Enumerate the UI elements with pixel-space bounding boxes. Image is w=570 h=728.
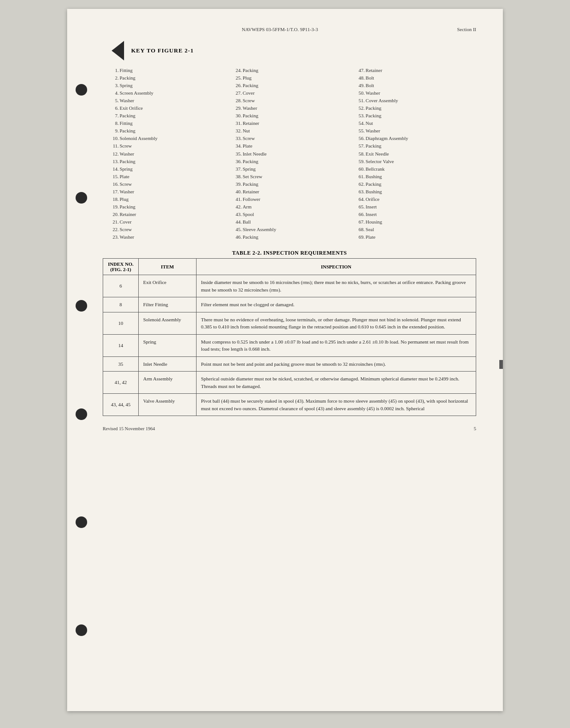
right-edge-mark xyxy=(499,360,503,369)
list-item: 5.Washer xyxy=(107,97,226,104)
list-item: 17.Washer xyxy=(107,188,226,196)
header-center: NAVWEPS 03-5FFM-1/T.O. 9P11-3-3 xyxy=(103,27,457,32)
list-item: 51.Cover Assembly xyxy=(353,97,472,104)
header-right: Section II xyxy=(457,27,476,32)
key-col-3: 47.Retainer 48.Bolt 49.Bolt 50.Washer 51… xyxy=(353,67,476,241)
table-cell-item: Valve Assembly xyxy=(139,394,197,416)
table-cell-inspection: Point must not be bent and point and pac… xyxy=(197,356,476,372)
list-item: 64.Orifice xyxy=(353,196,472,203)
key-header: KEY TO FIGURE 2-1 xyxy=(112,41,476,60)
list-item: 30.Packing xyxy=(230,112,349,120)
th-item: ITEM xyxy=(139,259,197,275)
table-row: 6 Exit Orifice Inside diameter must be s… xyxy=(103,275,476,297)
table-row: 14 Spring Must compress to 0.525 inch un… xyxy=(103,334,476,356)
list-item: 53.Packing xyxy=(353,112,472,120)
table-cell-index: 8 xyxy=(103,297,139,312)
list-item: 20.Retainer xyxy=(107,211,226,218)
inspection-table: INDEX NO.(FIG. 2-1) ITEM INSPECTION 6 Ex… xyxy=(103,258,476,416)
list-item: 11.Screw xyxy=(107,142,226,150)
table-row: 10 Solenoid Assembly There must be no ev… xyxy=(103,312,476,334)
list-item: 22.Screw xyxy=(107,226,226,233)
binding-marks xyxy=(75,9,88,711)
footer-page-number: 5 xyxy=(474,426,477,431)
binding-mark xyxy=(76,516,87,528)
table-section: TABLE 2-2. INSPECTION REQUIREMENTS INDEX… xyxy=(103,250,476,416)
table-cell-inspection: Must compress to 0.525 inch under a 1.00… xyxy=(197,334,476,356)
list-item: 12.Washer xyxy=(107,150,226,158)
list-item: 52.Packing xyxy=(353,104,472,112)
list-item: 63.Bushing xyxy=(353,188,472,196)
list-item: 48.Bolt xyxy=(353,74,472,82)
list-item: 32.Nut xyxy=(230,127,349,135)
table-cell-inspection: Inside diameter must be smooth to 16 mic… xyxy=(197,275,476,297)
list-item: 60.Bellcrank xyxy=(353,165,472,173)
list-item: 68.Seal xyxy=(353,226,472,233)
list-item: 69.Plate xyxy=(353,233,472,241)
list-item: 38.Set Screw xyxy=(230,173,349,180)
list-item: 7.Packing xyxy=(107,112,226,120)
table-header-row: INDEX NO.(FIG. 2-1) ITEM INSPECTION xyxy=(103,259,476,275)
list-item: 31.Retainer xyxy=(230,120,349,127)
list-item: 21.Cover xyxy=(107,218,226,226)
list-item: 1.Fitting xyxy=(107,67,226,74)
key-section: KEY TO FIGURE 2-1 1.Fitting 2.Packing 3.… xyxy=(103,41,476,241)
key-columns: 1.Fitting 2.Packing 3.Spring 4.Screen As… xyxy=(107,67,476,241)
page-footer: Revised 15 November 1964 5 xyxy=(103,423,476,431)
table-row: 8 Filter Fitting Filter element must not… xyxy=(103,297,476,312)
table-row: 41, 42 Arm Assembly Spherical outside di… xyxy=(103,372,476,394)
binding-mark xyxy=(76,84,87,96)
list-item: 16.Screw xyxy=(107,180,226,188)
list-item: 29.Washer xyxy=(230,104,349,112)
list-item: 65.Insert xyxy=(353,203,472,211)
table-cell-item: Spring xyxy=(139,334,197,356)
list-item: 15.Plate xyxy=(107,173,226,180)
page-header: NAVWEPS 03-5FFM-1/T.O. 9P11-3-3 Section … xyxy=(103,27,476,32)
list-item: 28.Screw xyxy=(230,97,349,104)
list-item: 8.Fitting xyxy=(107,120,226,127)
list-item: 57.Packing xyxy=(353,142,472,150)
binding-mark xyxy=(76,408,87,420)
list-item: 9.Packing xyxy=(107,127,226,135)
table-cell-item: Arm Assembly xyxy=(139,372,197,394)
table-title: TABLE 2-2. INSPECTION REQUIREMENTS xyxy=(103,250,476,256)
list-item: 3.Spring xyxy=(107,82,226,89)
list-item: 59.Selector Valve xyxy=(353,158,472,165)
table-cell-inspection: Filter element must not be clogged or da… xyxy=(197,297,476,312)
table-cell-inspection: There must be no evidence of overheating… xyxy=(197,312,476,334)
binding-mark xyxy=(76,624,87,636)
list-item: 40.Retainer xyxy=(230,188,349,196)
th-inspection: INSPECTION xyxy=(197,259,476,275)
list-item: 43.Spool xyxy=(230,211,349,218)
list-item: 45.Sleeve Assembly xyxy=(230,226,349,233)
list-item: 56.Diaphragm Assembly xyxy=(353,135,472,142)
table-cell-index: 35 xyxy=(103,356,139,372)
table-cell-index: 6 xyxy=(103,275,139,297)
table-row: 43, 44, 45 Valve Assembly Pivot ball (44… xyxy=(103,394,476,416)
list-item: 39.Packing xyxy=(230,180,349,188)
page: NAVWEPS 03-5FFM-1/T.O. 9P11-3-3 Section … xyxy=(67,9,503,711)
table-cell-index: 10 xyxy=(103,312,139,334)
key-title: KEY TO FIGURE 2-1 xyxy=(131,47,194,54)
list-item: 33.Screw xyxy=(230,135,349,142)
list-item: 49.Bolt xyxy=(353,82,472,89)
list-item: 13.Packing xyxy=(107,158,226,165)
list-item: 41.Follower xyxy=(230,196,349,203)
list-item: 6.Exit Orifice xyxy=(107,104,226,112)
table-cell-inspection: Spherical outside diameter must not be n… xyxy=(197,372,476,394)
list-item: 34.Plate xyxy=(230,142,349,150)
table-cell-item: Solenoid Assembly xyxy=(139,312,197,334)
list-item: 61.Bushing xyxy=(353,173,472,180)
table-cell-index: 14 xyxy=(103,334,139,356)
table-cell-index: 41, 42 xyxy=(103,372,139,394)
table-cell-item: Inlet Needle xyxy=(139,356,197,372)
arrow-icon xyxy=(112,41,124,60)
key-col-2: 24.Packing 25.Plug 26.Packing 27.Cover 2… xyxy=(230,67,353,241)
table-cell-index: 43, 44, 45 xyxy=(103,394,139,416)
list-item: 23.Washer xyxy=(107,233,226,241)
list-item: 44.Ball xyxy=(230,218,349,226)
list-item: 46.Packing xyxy=(230,233,349,241)
list-item: 10.Solenoid Assembly xyxy=(107,135,226,142)
footer-revised: Revised 15 November 1964 xyxy=(103,426,155,431)
binding-mark xyxy=(76,192,87,204)
table-cell-item: Filter Fitting xyxy=(139,297,197,312)
